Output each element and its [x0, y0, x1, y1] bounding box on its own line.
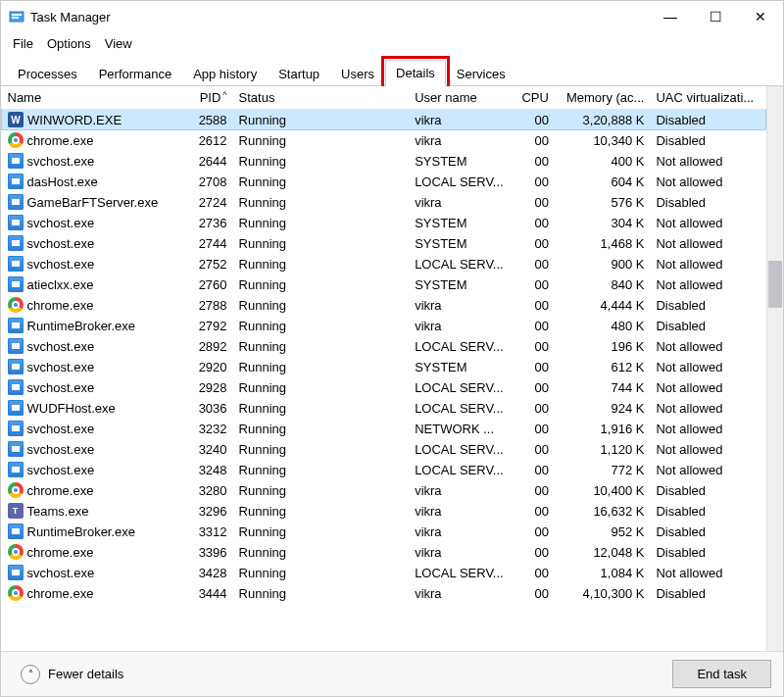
- tab-details[interactable]: Details: [385, 60, 446, 86]
- table-row[interactable]: chrome.exe2612Runningvikra0010,340 KDisa…: [2, 130, 766, 151]
- process-uac: Disabled: [650, 501, 765, 522]
- process-user: NETWORK ...: [409, 419, 514, 439]
- process-status: Running: [233, 233, 410, 254]
- process-memory: 196 K: [555, 336, 651, 357]
- table-row[interactable]: svchost.exe3232RunningNETWORK ...001,916…: [2, 419, 766, 439]
- fewer-details-label: Fewer details: [48, 667, 123, 681]
- table-row[interactable]: WWINWORD.EXE2588Runningvikra003,20,888 K…: [2, 110, 766, 130]
- table-row[interactable]: svchost.exe2744RunningSYSTEM001,468 KNot…: [2, 233, 766, 254]
- process-user: vikra: [409, 192, 514, 213]
- table-row[interactable]: svchost.exe2644RunningSYSTEM00400 KNot a…: [2, 151, 766, 172]
- process-name: chrome.exe: [27, 298, 94, 313]
- process-pid: 2736: [172, 213, 233, 233]
- process-status: Running: [233, 398, 410, 419]
- table-row[interactable]: atieclxx.exe2760RunningSYSTEM00840 KNot …: [2, 274, 766, 295]
- process-memory: 604 K: [555, 172, 651, 192]
- process-cpu: 00: [514, 151, 555, 172]
- tab-performance[interactable]: Performance: [88, 61, 182, 86]
- process-name: svchost.exe: [27, 380, 95, 395]
- tab-processes[interactable]: Processes: [7, 61, 88, 86]
- process-name: WINWORD.EXE: [27, 113, 122, 127]
- process-name: svchost.exe: [27, 236, 95, 251]
- footer: ˄ Fewer details End task: [1, 651, 783, 696]
- process-uac: Not allowed: [650, 563, 765, 583]
- fewer-details-button[interactable]: ˄ Fewer details: [13, 661, 131, 688]
- content-area: Name PID^ Status User name CPU Memory (a…: [1, 86, 783, 651]
- process-name: svchost.exe: [27, 360, 95, 374]
- process-icon: T: [8, 503, 24, 519]
- process-name: svchost.exe: [27, 463, 95, 477]
- table-row[interactable]: GameBarFTServer.exe2724Runningvikra00576…: [2, 192, 766, 213]
- process-uac: Not allowed: [650, 357, 765, 377]
- menu-file[interactable]: File: [7, 34, 39, 53]
- process-pid: 2920: [172, 357, 233, 377]
- process-cpu: 00: [514, 480, 555, 501]
- column-pid[interactable]: PID^: [172, 86, 233, 110]
- process-icon: [8, 585, 24, 601]
- table-row[interactable]: RuntimeBroker.exe2792Runningvikra00480 K…: [2, 316, 766, 336]
- process-user: vikra: [409, 130, 514, 151]
- process-memory: 480 K: [555, 316, 651, 336]
- process-memory: 10,340 K: [555, 130, 651, 151]
- process-name: dasHost.exe: [27, 174, 98, 189]
- minimize-button[interactable]: —: [648, 1, 693, 32]
- column-name[interactable]: Name: [2, 86, 172, 110]
- scrollbar-thumb[interactable]: [768, 261, 782, 308]
- column-status[interactable]: Status: [233, 86, 410, 110]
- table-row[interactable]: TTeams.exe3296Runningvikra0016,632 KDisa…: [2, 501, 766, 522]
- table-row[interactable]: RuntimeBroker.exe3312Runningvikra00952 K…: [2, 522, 766, 542]
- maximize-button[interactable]: ☐: [693, 1, 738, 32]
- table-row[interactable]: svchost.exe2928RunningLOCAL SERV...00744…: [2, 377, 766, 398]
- process-name: chrome.exe: [27, 545, 94, 560]
- process-uac: Disabled: [650, 130, 765, 151]
- process-user: LOCAL SERV...: [409, 336, 514, 357]
- process-name: chrome.exe: [27, 483, 94, 498]
- tab-app-history[interactable]: App history: [182, 61, 268, 86]
- process-memory: 900 K: [555, 254, 651, 274]
- column-uac[interactable]: UAC virtualizati...: [650, 86, 765, 110]
- table-row[interactable]: chrome.exe3280Runningvikra0010,400 KDisa…: [2, 480, 766, 501]
- process-cpu: 00: [514, 336, 555, 357]
- process-status: Running: [233, 480, 410, 501]
- end-task-button[interactable]: End task: [672, 660, 771, 688]
- process-status: Running: [233, 151, 410, 172]
- table-row[interactable]: svchost.exe2752RunningLOCAL SERV...00900…: [2, 254, 766, 274]
- process-memory: 1,468 K: [555, 233, 651, 254]
- process-pid: 3248: [172, 460, 233, 480]
- process-icon: [8, 276, 24, 292]
- table-row[interactable]: chrome.exe3396Runningvikra0012,048 KDisa…: [2, 542, 766, 563]
- process-uac: Not allowed: [650, 377, 765, 398]
- process-pid: 2644: [172, 151, 233, 172]
- menu-options[interactable]: Options: [41, 34, 97, 53]
- process-icon: [8, 297, 24, 313]
- tab-startup[interactable]: Startup: [268, 61, 330, 86]
- titlebar: Task Manager — ☐ ✕: [1, 1, 783, 32]
- tab-users[interactable]: Users: [330, 61, 385, 86]
- table-row[interactable]: WUDFHost.exe3036RunningLOCAL SERV...0092…: [2, 398, 766, 419]
- process-status: Running: [233, 172, 410, 192]
- tab-services[interactable]: Services: [446, 61, 516, 86]
- menu-view[interactable]: View: [99, 34, 138, 53]
- process-pid: 2792: [172, 316, 233, 336]
- table-row[interactable]: svchost.exe3428RunningLOCAL SERV...001,0…: [2, 563, 766, 583]
- process-icon: [8, 318, 24, 333]
- column-memory[interactable]: Memory (ac...: [555, 86, 651, 110]
- table-row[interactable]: svchost.exe3240RunningLOCAL SERV...001,1…: [2, 439, 766, 460]
- table-row[interactable]: svchost.exe2920RunningSYSTEM00612 KNot a…: [2, 357, 766, 377]
- table-row[interactable]: chrome.exe3444Runningvikra004,10,300 KDi…: [2, 583, 766, 604]
- table-row[interactable]: svchost.exe2892RunningLOCAL SERV...00196…: [2, 336, 766, 357]
- column-cpu[interactable]: CPU: [514, 86, 555, 110]
- column-user[interactable]: User name: [409, 86, 514, 110]
- process-uac: Not allowed: [650, 233, 765, 254]
- close-button[interactable]: ✕: [738, 1, 783, 32]
- process-user: vikra: [409, 316, 514, 336]
- vertical-scrollbar[interactable]: [766, 86, 783, 651]
- process-pid: 2760: [172, 274, 233, 295]
- table-row[interactable]: dasHost.exe2708RunningLOCAL SERV...00604…: [2, 172, 766, 192]
- table-row[interactable]: svchost.exe3248RunningLOCAL SERV...00772…: [2, 460, 766, 480]
- chevron-up-icon: ˄: [21, 665, 40, 684]
- process-pid: 3036: [172, 398, 233, 419]
- table-row[interactable]: svchost.exe2736RunningSYSTEM00304 KNot a…: [2, 213, 766, 233]
- table-row[interactable]: chrome.exe2788Runningvikra004,444 KDisab…: [2, 295, 766, 316]
- process-uac: Not allowed: [650, 336, 765, 357]
